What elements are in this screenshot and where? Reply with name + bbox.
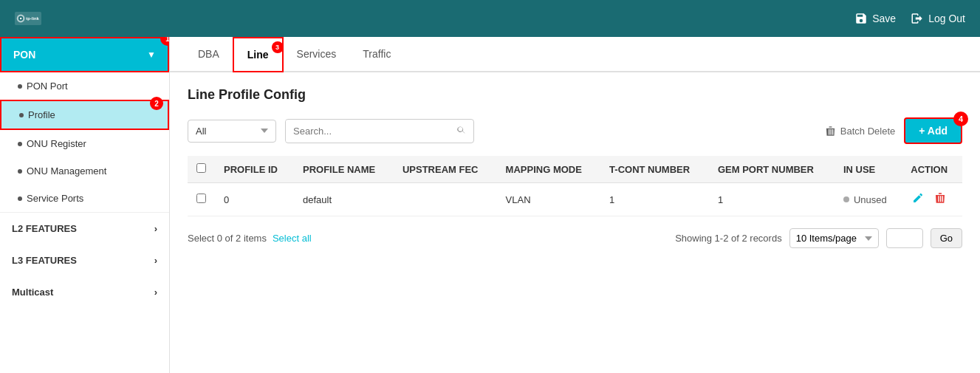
logout-icon: [911, 12, 924, 25]
sidebar-multicast[interactable]: Multicast ›: [0, 276, 169, 308]
logout-button[interactable]: Log Out: [911, 12, 965, 25]
sidebar-item-onu-management[interactable]: ONU Management: [0, 157, 169, 185]
delete-button[interactable]: [933, 191, 948, 208]
filter-select[interactable]: All: [188, 120, 276, 143]
add-button[interactable]: + Add 4: [904, 117, 962, 144]
header-profile-name: PROFILE NAME: [294, 156, 394, 183]
header-in-use: IN USE: [835, 156, 902, 183]
tab-bar: DBA Line 3 Services Traffic: [170, 37, 980, 72]
table-footer: Select 0 of 2 items Select all Showing 1…: [188, 228, 962, 248]
save-icon: [854, 12, 868, 25]
batch-delete-button[interactable]: Batch Delete: [825, 126, 895, 137]
cell-tcont-number: 1: [600, 183, 709, 216]
multicast-chevron-icon: ›: [154, 287, 157, 298]
save-button[interactable]: Save: [854, 12, 896, 25]
pon-badge: 1: [160, 37, 170, 46]
header-action: ACTION: [902, 156, 962, 183]
sidebar-item-pon-port[interactable]: PON Port: [0, 72, 169, 100]
status-dot-icon: [843, 196, 849, 202]
header-gem-port-number: GEM PORT NUMBER: [709, 156, 835, 183]
select-count: Select 0 of 2 items: [188, 233, 267, 244]
page-number-input[interactable]: [886, 228, 923, 248]
tab-dba[interactable]: DBA: [185, 38, 233, 72]
delete-icon: [934, 192, 946, 204]
tp-link-logo: tp-link: [15, 5, 41, 32]
tab-services[interactable]: Services: [284, 38, 350, 72]
main-content: DBA Line 3 Services Traffic Line Profile…: [170, 37, 980, 373]
brand: tp-link: [15, 5, 41, 32]
dot-icon: [19, 113, 24, 117]
footer-left: Select 0 of 2 items Select all: [188, 233, 312, 244]
search-button[interactable]: [448, 120, 473, 143]
add-badge: 4: [953, 112, 968, 126]
sidebar-item-profile[interactable]: Profile 2: [0, 100, 169, 130]
tab-line[interactable]: Line 3: [233, 37, 284, 72]
page-title: Line Profile Config: [188, 87, 962, 103]
profile-badge: 2: [150, 97, 163, 110]
search-input[interactable]: [286, 120, 448, 142]
edit-icon: [912, 192, 924, 204]
navbar-actions: Save Log Out: [854, 12, 965, 25]
svg-text:tp-link: tp-link: [26, 16, 39, 21]
footer-right: Showing 1-2 of 2 records 10 Items/page G…: [675, 228, 962, 248]
dot-icon: [18, 142, 22, 146]
cell-profile-name: default: [294, 183, 394, 216]
go-button[interactable]: Go: [931, 228, 962, 248]
cell-upstream-fec: [394, 183, 497, 216]
action-icons: [911, 191, 953, 208]
sidebar-item-service-ports[interactable]: Service Ports: [0, 185, 169, 212]
header-tcont-number: T-CONT NUMBER: [600, 156, 709, 183]
l2-chevron-icon: ›: [154, 223, 157, 234]
select-all-checkbox[interactable]: [196, 163, 206, 173]
header-profile-id: PROFILE ID: [215, 156, 294, 183]
sidebar-section-pon: PON ▼ 1 PON Port Profile 2 ONU Register …: [0, 37, 169, 213]
row-checkbox-cell: [188, 183, 215, 216]
showing-records: Showing 1-2 of 2 records: [675, 233, 782, 244]
header-mapping-mode: MAPPING MODE: [497, 156, 600, 183]
profile-table: PROFILE ID PROFILE NAME UPSTREAM FEC MAP…: [188, 156, 962, 216]
cell-in-use: Unused: [835, 183, 902, 216]
items-per-page: 10 Items/page: [789, 228, 879, 248]
dot-icon: [18, 84, 22, 89]
table-row: 0 default VLAN 1 1 Unused: [188, 183, 962, 216]
status-unused: Unused: [843, 194, 893, 205]
per-page-select[interactable]: 10 Items/page: [789, 228, 879, 248]
l3-chevron-icon: ›: [154, 255, 157, 266]
sidebar-l3-features[interactable]: L3 FEATURES ›: [0, 244, 169, 276]
svg-point-3: [20, 18, 22, 20]
search-icon: [456, 125, 466, 135]
header-upstream-fec: UPSTREAM FEC: [394, 156, 497, 183]
content-area: Line Profile Config All: [170, 72, 980, 373]
status-badge: Unused: [854, 194, 887, 205]
sidebar: PON ▼ 1 PON Port Profile 2 ONU Register …: [0, 37, 170, 373]
toolbar-left: All: [188, 119, 474, 143]
select-all-button[interactable]: Select all: [273, 233, 312, 244]
trash-icon: [825, 126, 836, 137]
layout: PON ▼ 1 PON Port Profile 2 ONU Register …: [0, 37, 980, 373]
tab-traffic[interactable]: Traffic: [349, 38, 404, 72]
table-header-row: PROFILE ID PROFILE NAME UPSTREAM FEC MAP…: [188, 156, 962, 183]
cell-action: [902, 183, 962, 216]
sidebar-item-onu-register[interactable]: ONU Register: [0, 130, 169, 157]
toolbar-right: Batch Delete + Add 4: [825, 117, 962, 144]
cell-profile-id: 0: [215, 183, 294, 216]
search-box: [285, 119, 474, 143]
pon-chevron-icon: ▼: [147, 49, 156, 60]
cell-mapping-mode: VLAN: [497, 183, 600, 216]
edit-button[interactable]: [911, 191, 925, 208]
dot-icon: [18, 196, 22, 201]
row-checkbox[interactable]: [196, 194, 206, 203]
toolbar: All Batch Delete + Add: [188, 117, 962, 144]
sidebar-pon-header[interactable]: PON ▼ 1: [0, 37, 169, 72]
navbar: tp-link Save Log Out: [0, 0, 980, 37]
cell-gem-port-number: 1: [709, 183, 835, 216]
header-checkbox-col: [188, 156, 215, 183]
line-tab-badge: 3: [272, 41, 284, 53]
sidebar-l2-features[interactable]: L2 FEATURES ›: [0, 213, 169, 244]
dot-icon: [18, 169, 22, 174]
